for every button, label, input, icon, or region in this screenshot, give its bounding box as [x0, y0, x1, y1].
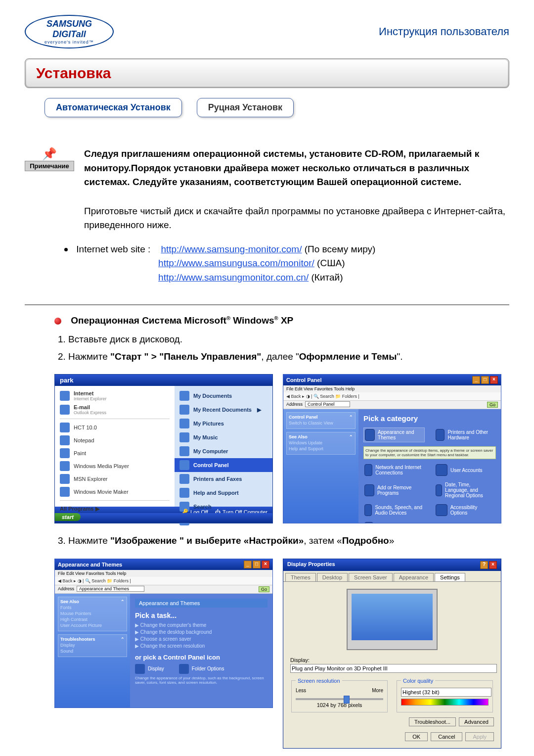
sound-icon: [364, 504, 372, 516]
at-fonts[interactable]: Fonts: [60, 605, 125, 610]
cp-body: Control Panel⌃ Switch to Classic View Se…: [283, 409, 501, 523]
maximize-icon[interactable]: □: [253, 561, 261, 568]
dp-cancel-button[interactable]: Cancel: [431, 732, 462, 741]
start-item-hct[interactable]: HCT 10.0: [55, 421, 175, 434]
close-icon[interactable]: ×: [489, 561, 497, 569]
dp-resolution-group: Screen resolution LessMore 1024 by 768 p…: [291, 678, 388, 712]
dp-titlebar: Display Properties ?×: [283, 559, 501, 571]
cp-windows-update[interactable]: Windows Update: [289, 440, 353, 445]
dp-cq-legend: Color quality: [401, 678, 435, 684]
cp-toolbar[interactable]: ◀ Back ▸ ◑ | 🔍 Search 📁 Folders |: [283, 392, 501, 401]
link-usa[interactable]: http://www.samsungusa.com/monitor/: [158, 258, 314, 268]
dp-cq-select[interactable]: Highest (32 bit): [401, 688, 491, 697]
cp-cat-network[interactable]: Network and Internet Connections: [363, 463, 425, 477]
dp-tab-settings[interactable]: Settings: [435, 573, 465, 581]
cp-cat-accessibility[interactable]: Accessibility Options: [435, 503, 496, 517]
start-item-wmm[interactable]: Windows Movie Maker: [55, 485, 175, 498]
link-usa-suffix: (США): [314, 258, 345, 268]
step-3-b2: Подробно: [342, 535, 389, 546]
reg-mark-2: ®: [274, 315, 278, 321]
logo-oval: SAMSUNG DIGITall everyone's invited™: [25, 15, 114, 48]
start-item-internet[interactable]: InternetInternet Explorer: [55, 389, 175, 403]
folder-icon: [179, 419, 189, 428]
minimize-icon[interactable]: _: [244, 561, 252, 568]
start-item-email[interactable]: E-mailOutlook Express: [55, 403, 175, 417]
cp-cat-printers[interactable]: Printers and Other Hardware: [435, 427, 496, 442]
cp-switch-classic[interactable]: Switch to Classic View: [289, 421, 353, 425]
at-ts-sound[interactable]: Sound: [60, 649, 125, 654]
maximize-icon[interactable]: □: [481, 376, 489, 384]
cp-address-field[interactable]: Control Panel: [305, 401, 350, 407]
start-item-printers[interactable]: Printers and Faxes: [175, 472, 272, 486]
close-icon[interactable]: ×: [262, 561, 269, 568]
dp-advanced-button[interactable]: Advanced: [459, 717, 494, 726]
at-task-screensaver[interactable]: ▶ Choose a screen saver: [135, 636, 267, 642]
start-item-wmp[interactable]: Windows Media Player: [55, 460, 175, 472]
cp-cat-users[interactable]: User Accounts: [435, 463, 496, 477]
start-item-notepad[interactable]: Notepad: [55, 434, 175, 447]
cp-cat-appearance[interactable]: Appearance and Themes: [363, 427, 425, 442]
go-button[interactable]: Go: [487, 402, 498, 408]
at-task-resolution[interactable]: ▶ Change the screen resolution: [135, 643, 267, 649]
tab-manual-install[interactable]: Руцная Установк: [197, 98, 294, 117]
start-item-msn[interactable]: MSN Explorer: [55, 472, 175, 485]
cp-help-support[interactable]: Help and Support: [289, 446, 353, 451]
at-task-background[interactable]: ▶ Change the desktop background: [135, 629, 267, 635]
dp-res-less: Less: [296, 688, 306, 693]
at-mouse-pointers[interactable]: Mouse Pointers: [60, 611, 125, 616]
start-item-my-pictures[interactable]: My Pictures: [175, 417, 272, 430]
steps-list-a: Вставьте диск в дисковод. Нажмите "Старт…: [54, 332, 509, 364]
dp-body: Display: Plug and Play Monitor on 3D Pro…: [283, 582, 501, 748]
start-menu-right: My Documents My Recent Documents ▶ My Pi…: [175, 386, 272, 507]
dp-res-slider[interactable]: [296, 698, 383, 700]
help-icon[interactable]: ?: [480, 561, 488, 569]
start-item-my-music[interactable]: My Music: [175, 430, 272, 444]
start-item-control-panel[interactable]: Control Panel: [175, 458, 272, 472]
dp-tab-screensaver[interactable]: Screen Saver: [349, 573, 393, 581]
at-menubar[interactable]: File Edit View Favorites Tools Help: [55, 570, 272, 577]
at-icon-folder-options[interactable]: Folder Options: [179, 664, 224, 674]
dp-tab-appearance[interactable]: Appearance: [394, 573, 434, 581]
start-item-help[interactable]: Help and Support: [175, 486, 272, 500]
go-button[interactable]: Go: [259, 586, 269, 592]
header-title: Инструкция пользователя: [379, 25, 509, 38]
at-high-contrast[interactable]: High Contrast: [60, 617, 125, 622]
start-item-paint[interactable]: Paint: [55, 447, 175, 460]
dp-ok-button[interactable]: OK: [405, 732, 428, 741]
cp-cat-sounds[interactable]: Sounds, Speech, and Audio Devices: [363, 503, 425, 517]
start-item-my-documents[interactable]: My Documents: [175, 389, 272, 403]
dp-troubleshoot-button[interactable]: Troubleshoot...: [409, 717, 456, 726]
dp-tab-themes[interactable]: Themes: [285, 573, 316, 581]
note-body-bold: Следуя приглашениям операционной системы…: [84, 148, 479, 187]
printer-icon: [179, 474, 189, 484]
at-task-theme[interactable]: ▶ Change the computer's theme: [135, 622, 267, 628]
link-world[interactable]: http://www.samsung-monitor.com/: [161, 244, 302, 254]
screens-row-2: Appearance and Themes _□× File Edit View…: [54, 559, 509, 749]
printer-icon: [436, 429, 445, 441]
link-china-suffix: (Китай): [309, 272, 343, 283]
start-button[interactable]: start: [55, 513, 81, 521]
cp-cat-performance[interactable]: Performance and Maintenance: [363, 521, 425, 523]
cp-cat-datetime[interactable]: Date, Time, Language, and Regional Optio…: [435, 481, 496, 499]
start-item-my-recent[interactable]: My Recent Documents ▶: [175, 403, 272, 417]
cp-menubar[interactable]: File Edit View Favorites Tools Help: [283, 385, 501, 392]
step-2-b2: Оформление и Темы: [299, 351, 397, 362]
cp-cat-addremove[interactable]: Add or Remove Programs: [363, 481, 425, 499]
ie-icon: [60, 391, 70, 401]
at-icon-display[interactable]: Display: [135, 664, 164, 674]
cp-pick-category: Pick a category: [363, 414, 496, 423]
tab-auto-install[interactable]: Автоматическая Установк: [44, 98, 182, 117]
at-toolbar[interactable]: ◀ Back ▸ ◑ | 🔍 Search 📁 Folders |: [55, 577, 272, 585]
slider-thumb-icon[interactable]: [344, 696, 350, 704]
dp-tab-desktop[interactable]: Desktop: [317, 573, 348, 581]
minimize-icon[interactable]: _: [472, 376, 480, 384]
close-icon[interactable]: ×: [490, 376, 498, 384]
at-user-account-picture[interactable]: User Account Picture: [60, 623, 125, 628]
dp-display-select[interactable]: Plug and Play Monitor on 3D Prophet III: [290, 664, 497, 673]
link-china[interactable]: http://www.samsungmonitor.com.cn/: [158, 272, 309, 283]
wmp-icon: [60, 461, 70, 471]
at-ts-display[interactable]: Display: [60, 643, 125, 648]
dp-apply-button[interactable]: Apply: [465, 732, 494, 741]
at-address-field[interactable]: Appearance and Themes: [77, 586, 144, 592]
start-item-my-computer[interactable]: My Computer: [175, 444, 272, 458]
